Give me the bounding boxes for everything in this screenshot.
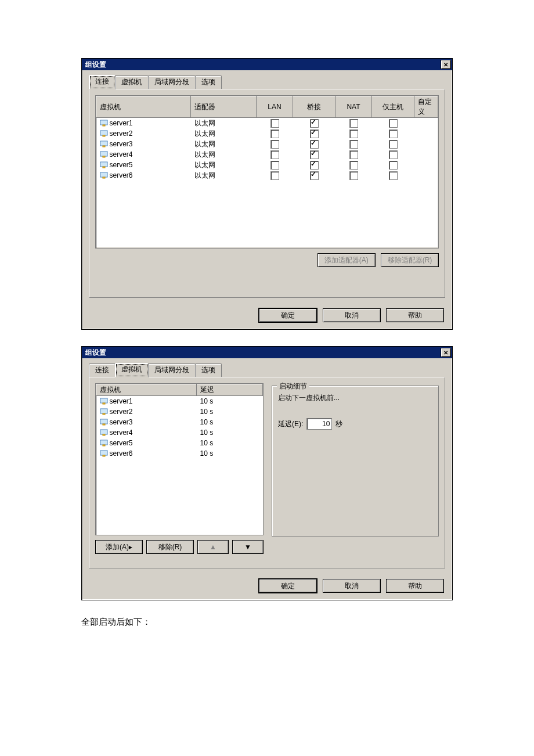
checkbox[interactable] xyxy=(389,171,398,180)
svg-rect-22 xyxy=(101,409,107,413)
col-delay[interactable]: 延迟 xyxy=(197,384,263,396)
col-vm[interactable]: 虚拟机 xyxy=(96,96,191,118)
cell-bridge xyxy=(293,118,335,129)
checkbox[interactable] xyxy=(310,161,319,170)
col-lan[interactable]: LAN xyxy=(257,96,293,118)
ok-button[interactable]: 确定 xyxy=(259,579,317,593)
table-header-row: 虚拟机 适配器 LAN 桥接 NAT 仅主机 自定义 xyxy=(96,96,438,118)
table-row[interactable]: server2以太网 xyxy=(96,128,438,139)
checkbox[interactable] xyxy=(270,161,279,170)
add-adapter-button[interactable]: 添加适配器(A) xyxy=(317,253,376,267)
move-down-button[interactable]: ▼ xyxy=(232,540,264,554)
checkbox[interactable] xyxy=(389,129,398,138)
delay-input[interactable] xyxy=(306,418,332,430)
checkbox[interactable] xyxy=(270,150,279,159)
checkbox[interactable] xyxy=(349,119,358,128)
col-bridge[interactable]: 桥接 xyxy=(293,96,335,118)
table-row[interactable]: server1以太网 xyxy=(96,118,438,129)
cell-hostonly xyxy=(372,118,414,129)
checkbox[interactable] xyxy=(310,171,319,180)
tab-vms[interactable]: 虚拟机 xyxy=(115,363,149,377)
cancel-button[interactable]: 取消 xyxy=(323,308,381,322)
checkbox[interactable] xyxy=(310,129,319,138)
cell-lan xyxy=(257,139,293,149)
col-hostonly[interactable]: 仅主机 xyxy=(372,96,414,118)
vm-delay-listview[interactable]: 虚拟机 延迟 server110 sserver210 sserver310 s… xyxy=(95,383,264,535)
cell-vm: server4 xyxy=(96,427,197,438)
cancel-button[interactable]: 取消 xyxy=(323,579,381,593)
close-icon[interactable]: ✕ xyxy=(441,348,451,357)
cell-hostonly xyxy=(372,139,414,149)
table-row[interactable]: server3以太网 xyxy=(96,139,438,149)
vm-icon xyxy=(100,120,108,127)
tab-options[interactable]: 选项 xyxy=(195,363,222,377)
dialog-footer: 确定 取消 帮助 xyxy=(82,574,452,600)
table-row[interactable]: server110 s xyxy=(96,396,263,407)
ok-button[interactable]: 确定 xyxy=(259,308,317,322)
col-custom[interactable]: 自定义 xyxy=(414,96,438,118)
checkbox[interactable] xyxy=(349,161,358,170)
checkbox[interactable] xyxy=(270,140,279,149)
tab-vms[interactable]: 虚拟机 xyxy=(115,75,149,89)
cell-hostonly xyxy=(372,149,414,160)
cell-vm: server6 xyxy=(96,170,191,181)
cell-delay: 10 s xyxy=(197,396,263,407)
tab-lan-segments[interactable]: 局域网分段 xyxy=(148,75,196,89)
col-vm[interactable]: 虚拟机 xyxy=(96,384,197,396)
col-adapter[interactable]: 适配器 xyxy=(191,96,257,118)
table-row[interactable]: server210 s xyxy=(96,406,263,417)
table-row[interactable]: server4以太网 xyxy=(96,149,438,160)
checkbox[interactable] xyxy=(389,140,398,149)
vm-icon xyxy=(100,429,108,436)
tab-lan-segments[interactable]: 局域网分段 xyxy=(148,363,196,377)
cell-hostonly xyxy=(372,170,414,181)
checkbox[interactable] xyxy=(349,129,358,138)
checkbox[interactable] xyxy=(310,150,319,159)
cell-custom xyxy=(414,170,438,181)
vm-icon xyxy=(100,130,108,137)
table-row[interactable]: server5以太网 xyxy=(96,160,438,170)
svg-rect-19 xyxy=(101,399,107,402)
help-button[interactable]: 帮助 xyxy=(386,308,444,322)
table-row[interactable]: server6以太网 xyxy=(96,170,438,181)
add-button[interactable]: 添加(A)▸ xyxy=(95,540,143,554)
col-nat[interactable]: NAT xyxy=(335,96,372,118)
svg-rect-31 xyxy=(101,441,107,444)
adapter-listview[interactable]: 虚拟机 适配器 LAN 桥接 NAT 仅主机 自定义 server1以太网ser… xyxy=(95,95,439,249)
arrow-down-icon: ▼ xyxy=(244,543,251,551)
checkbox[interactable] xyxy=(389,119,398,128)
remove-button[interactable]: 移除(R) xyxy=(146,540,194,554)
cell-vm: server4 xyxy=(96,149,191,160)
cell-lan xyxy=(257,118,293,129)
checkbox[interactable] xyxy=(310,140,319,149)
cell-hostonly xyxy=(372,160,414,170)
tab-options[interactable]: 选项 xyxy=(195,75,222,89)
close-icon[interactable]: ✕ xyxy=(441,60,451,69)
svg-rect-23 xyxy=(103,413,105,415)
checkbox[interactable] xyxy=(270,119,279,128)
cell-nat xyxy=(335,149,372,160)
checkbox[interactable] xyxy=(349,171,358,180)
checkbox[interactable] xyxy=(349,140,358,149)
checkbox[interactable] xyxy=(270,171,279,180)
titlebar[interactable]: 组设置 ✕ xyxy=(82,59,452,70)
cell-vm: server1 xyxy=(96,118,191,129)
remove-adapter-button[interactable]: 移除适配器(R) xyxy=(381,253,439,267)
table-row[interactable]: server510 s xyxy=(96,438,263,448)
table-row[interactable]: server610 s xyxy=(96,448,263,459)
cell-delay: 10 s xyxy=(197,427,263,438)
checkbox[interactable] xyxy=(310,119,319,128)
table-row[interactable]: server410 s xyxy=(96,427,263,438)
svg-rect-29 xyxy=(103,434,105,435)
checkbox[interactable] xyxy=(270,129,279,138)
checkbox[interactable] xyxy=(389,161,398,170)
svg-rect-34 xyxy=(101,451,107,455)
help-button[interactable]: 帮助 xyxy=(386,579,444,593)
checkbox[interactable] xyxy=(389,150,398,159)
titlebar[interactable]: 组设置 ✕ xyxy=(82,347,452,358)
move-up-button[interactable]: ▲ xyxy=(197,540,229,554)
tab-connections[interactable]: 连接 xyxy=(89,363,116,377)
table-row[interactable]: server310 s xyxy=(96,417,263,427)
tab-connections[interactable]: 连接 xyxy=(89,75,116,89)
checkbox[interactable] xyxy=(349,150,358,159)
